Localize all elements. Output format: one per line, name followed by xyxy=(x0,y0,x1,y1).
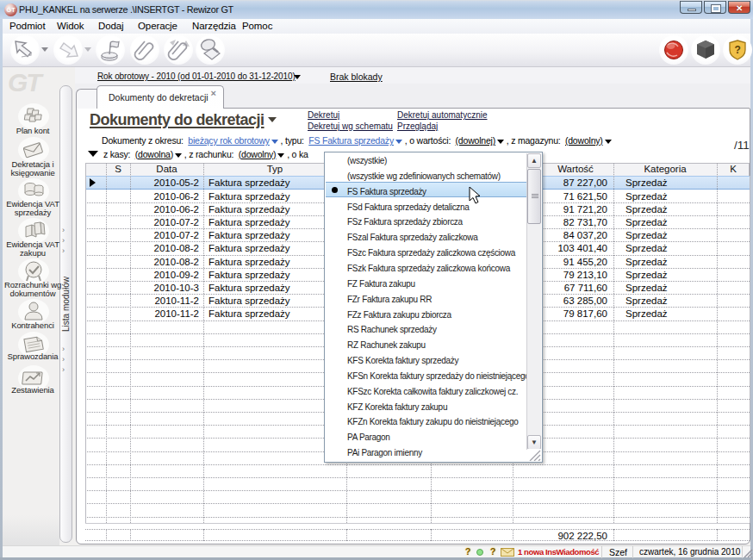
svg-text:?: ? xyxy=(735,44,741,56)
